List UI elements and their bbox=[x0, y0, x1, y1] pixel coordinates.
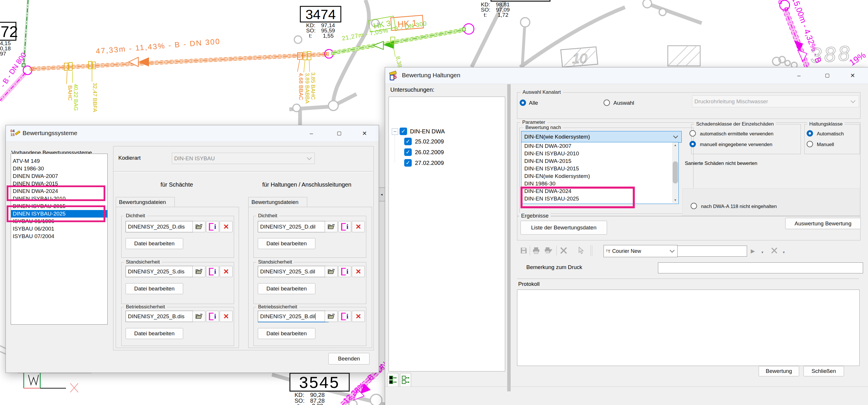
delete-icon-disabled[interactable] bbox=[559, 246, 568, 255]
datei-bearbeiten-button[interactable]: Datei bearbeiten bbox=[126, 283, 183, 294]
list-item[interactable]: DIN 1986-30 bbox=[11, 165, 107, 173]
file-info-button[interactable]: i bbox=[338, 311, 351, 322]
open-folder-button[interactable] bbox=[192, 311, 206, 322]
bewertungssysteme-titlebar[interactable]: 04 15 Bewertungssysteme – ▢ ✕ bbox=[6, 125, 379, 142]
maximize-button[interactable]: ▢ bbox=[330, 125, 348, 142]
select-cursor-icon-disabled[interactable] bbox=[576, 246, 586, 255]
file-field-dichtheit-dil[interactable]: DINENISY_2025_D.dil bbox=[258, 221, 329, 232]
radio-automatisch-ermittelte[interactable] bbox=[689, 130, 696, 136]
file-field-standsicherheit-dil[interactable]: DINENISY_2025_S.dil bbox=[258, 266, 329, 277]
tree-checkbox-root[interactable]: ✓ bbox=[400, 128, 407, 135]
splitter[interactable] bbox=[507, 84, 511, 392]
beenden-button[interactable]: Beenden bbox=[329, 353, 370, 365]
delete-file-button[interactable]: ✕ bbox=[352, 311, 365, 322]
apply-dropdown-caret[interactable]: ▼ bbox=[760, 247, 765, 257]
list-item[interactable]: ISYBAU 06/2001 bbox=[11, 225, 107, 232]
file-info-button[interactable]: i bbox=[206, 311, 219, 322]
dropdown-scrollbar[interactable]: ▲ ▼ bbox=[672, 142, 679, 203]
tree-checkbox-child[interactable]: ✓ bbox=[404, 138, 412, 145]
scroll-down-icon[interactable]: ▼ bbox=[672, 197, 679, 203]
dropdown-item[interactable]: DIN-EN(wie Kodiersystem) bbox=[521, 173, 679, 180]
radio-manuell-eingegebene[interactable] bbox=[689, 141, 696, 147]
scroll-up-icon[interactable]: ▲ bbox=[672, 142, 679, 148]
radio-alle[interactable] bbox=[520, 99, 526, 106]
dropdown-item[interactable]: DIN-EN DWA-2015 bbox=[521, 157, 679, 165]
tree-expander-minus[interactable]: – bbox=[392, 128, 398, 135]
bewertungssysteme-listbox[interactable]: ATV-M 149 DIN 1986-30 DINEN DWA-2007 DIN… bbox=[11, 154, 107, 324]
file-info-button[interactable]: i bbox=[206, 221, 219, 232]
tree-child-label[interactable]: 27.02.2009 bbox=[415, 160, 444, 166]
save-icon-disabled[interactable] bbox=[519, 246, 529, 255]
dialog-bewertungssysteme[interactable]: 04 15 Bewertungssysteme – ▢ ✕ Vorhandene… bbox=[5, 125, 379, 373]
tree-child-label[interactable]: 26.02.2009 bbox=[415, 149, 444, 156]
datei-bearbeiten-button[interactable]: Datei bearbeiten bbox=[126, 328, 183, 339]
print-settings-icon-disabled[interactable] bbox=[544, 246, 554, 255]
minimize-button[interactable]: – bbox=[789, 67, 808, 84]
protokoll-output[interactable] bbox=[517, 289, 860, 366]
list-item[interactable]: ISYBAU 07/2004 bbox=[11, 232, 107, 240]
auswertung-bewertung-button[interactable]: Auswertung Bewertung bbox=[785, 218, 861, 229]
radio-dwa118[interactable] bbox=[691, 203, 697, 209]
tree-checkbox-child[interactable]: ✓ bbox=[404, 159, 412, 167]
open-folder-button[interactable] bbox=[192, 266, 206, 277]
schliessen-button[interactable]: Schließen bbox=[804, 366, 844, 376]
toolbar-text-field[interactable] bbox=[677, 246, 747, 257]
delete-file-button[interactable]: ✕ bbox=[352, 266, 365, 277]
open-folder-button[interactable] bbox=[324, 311, 338, 322]
bewertung-button[interactable]: Bewertung bbox=[758, 366, 799, 376]
uncheck-all-button[interactable] bbox=[400, 373, 411, 387]
datei-bearbeiten-button[interactable]: Datei bearbeiten bbox=[258, 283, 315, 294]
datei-bearbeiten-button[interactable]: Datei bearbeiten bbox=[258, 238, 315, 249]
file-info-button[interactable]: i bbox=[338, 221, 351, 232]
minimize-button[interactable]: – bbox=[302, 125, 320, 142]
font-combo[interactable]: ᵀT Courier New bbox=[603, 245, 678, 257]
file-field-dichtheit-dis[interactable]: DINENISY_2025_D.dis bbox=[126, 221, 196, 232]
open-folder-button[interactable] bbox=[324, 221, 338, 232]
open-folder-button[interactable] bbox=[192, 221, 206, 232]
datei-bearbeiten-button[interactable]: Datei bearbeiten bbox=[258, 328, 315, 339]
open-folder-button[interactable] bbox=[324, 266, 338, 277]
truetype-icon: ᵀT bbox=[606, 249, 611, 254]
delete-file-button[interactable]: ✕ bbox=[220, 266, 232, 277]
tree-checkbox-child[interactable]: ✓ bbox=[404, 148, 412, 156]
list-item[interactable]: DINEN DWA-2007 bbox=[11, 173, 107, 180]
kanalart-combo-disabled[interactable]: Druckrohrleitung Mischwasser bbox=[692, 95, 859, 107]
bewertung-haltungen-titlebar[interactable]: 5 Bewertung Haltungen – ▢ ✕ bbox=[385, 67, 868, 84]
list-item[interactable]: ATV-M 149 bbox=[11, 157, 107, 165]
untersuchungen-tree[interactable]: – ✓ DIN-EN DWA ✓ 25.02.2009 ✓ 26.02.2009… bbox=[389, 97, 505, 371]
radio-haltungsklasse-automatisch[interactable] bbox=[807, 130, 813, 136]
tree-child-label[interactable]: 25.02.2009 bbox=[415, 138, 444, 145]
close-button[interactable]: ✕ bbox=[355, 125, 374, 142]
dropdown-item[interactable]: DIN-EN ISYBAU-2015 bbox=[521, 165, 679, 173]
collapsed-panel-handle[interactable]: ◂ bbox=[378, 187, 385, 201]
scrollbar-thumb[interactable] bbox=[673, 161, 678, 183]
file-info-button[interactable]: i bbox=[206, 266, 219, 277]
apply-arrow-icon-disabled[interactable]: ► bbox=[748, 246, 758, 256]
radio-auswahl[interactable] bbox=[603, 99, 610, 106]
print-icon-disabled[interactable] bbox=[531, 246, 541, 255]
file-field-standsicherheit-dis[interactable]: DINENISY_2025_S.dis bbox=[126, 266, 196, 277]
dialog-bewertung-haltungen[interactable]: 5 Bewertung Haltungen – ▢ ✕ Untersuchung… bbox=[385, 67, 868, 405]
tree-root-label[interactable]: DIN-EN DWA bbox=[410, 128, 445, 135]
liste-der-bewertungsdaten-button[interactable]: Liste der Bewertungsdaten bbox=[521, 221, 607, 235]
maximize-button[interactable]: ▢ bbox=[818, 67, 836, 84]
radio-haltungsklasse-manuell[interactable] bbox=[807, 141, 813, 147]
dropdown-item[interactable]: DIN-EN DWA-2007 bbox=[521, 142, 679, 150]
close-button[interactable]: ✕ bbox=[843, 67, 862, 84]
check-all-button[interactable] bbox=[387, 373, 398, 387]
delete-file-button[interactable]: ✕ bbox=[220, 311, 232, 322]
tab-bewertungsdateien-haltungen[interactable]: Bewertungsdateien bbox=[248, 197, 307, 207]
file-field-betriebssicherheit-dis[interactable]: DINENISY_2025_B.dis bbox=[126, 311, 196, 322]
bewertung-nach-combo[interactable]: DIN-EN(wie Kodiersystem) bbox=[521, 131, 682, 143]
datei-bearbeiten-button[interactable]: Datei bearbeiten bbox=[126, 238, 183, 249]
dropdown-item[interactable]: DIN-EN ISYBAU-2010 bbox=[521, 150, 679, 157]
clear-dropdown-caret[interactable]: ▼ bbox=[781, 247, 787, 257]
file-field-betriebssicherheit-dil-focused[interactable]: DINENISY_2025_B.dil bbox=[258, 311, 329, 322]
kodierart-combo[interactable]: DIN-EN ISYBAU bbox=[172, 153, 315, 164]
tab-bewertungsdateien-schaechte[interactable]: Bewertungsdateien bbox=[116, 197, 175, 207]
delete-file-button[interactable]: ✕ bbox=[352, 221, 365, 232]
file-info-button[interactable]: i bbox=[338, 266, 351, 277]
bemerkung-input[interactable] bbox=[658, 262, 863, 273]
delete-file-button[interactable]: ✕ bbox=[220, 221, 232, 232]
clear-x-icon-disabled[interactable] bbox=[769, 246, 779, 255]
